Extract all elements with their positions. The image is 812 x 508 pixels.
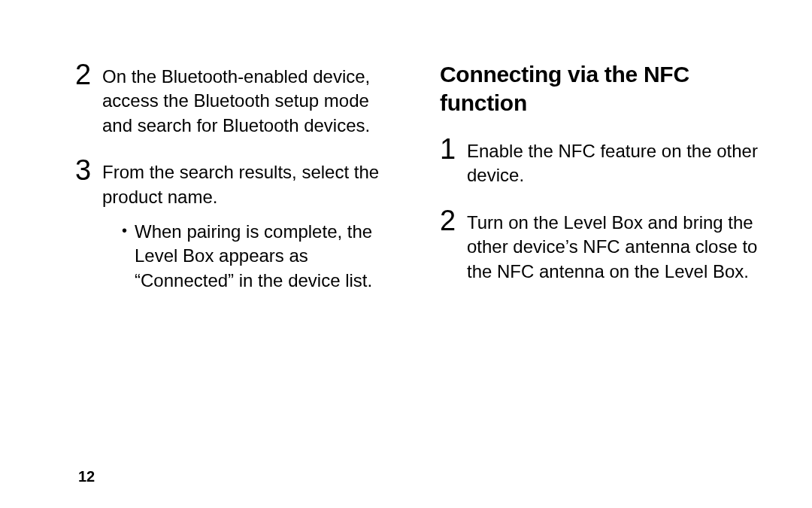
- bullet-dot-icon: •: [122, 220, 127, 241]
- step-text: Turn on the Level Box and bring the othe…: [467, 206, 759, 284]
- step-item: 2 On the Bluetooth-enabled device, acces…: [75, 60, 395, 138]
- sub-bullet-text: When pairing is complete, the Level Box …: [135, 220, 395, 293]
- step-number: 3: [75, 156, 92, 184]
- left-column: 2 On the Bluetooth-enabled device, acces…: [75, 60, 395, 311]
- step-text: From the search results, select the prod…: [102, 156, 395, 209]
- sub-bullet-list: • When pairing is complete, the Level Bo…: [102, 220, 395, 293]
- step-item: 2 Turn on the Level Box and bring the ot…: [440, 206, 759, 284]
- page-number: 12: [75, 468, 759, 485]
- step-text: Enable the NFC feature on the other devi…: [467, 135, 759, 188]
- right-column: Connecting via the NFC function 1 Enable…: [440, 60, 759, 311]
- sub-bullet-item: • When pairing is complete, the Level Bo…: [122, 220, 395, 293]
- step-text: On the Bluetooth-enabled device, access …: [102, 60, 395, 138]
- step-number: 1: [440, 135, 456, 163]
- step-number: 2: [75, 60, 92, 89]
- step-item: 1 Enable the NFC feature on the other de…: [440, 135, 759, 188]
- step-item: 3 From the search results, select the pr…: [75, 156, 395, 293]
- two-column-layout: 2 On the Bluetooth-enabled device, acces…: [75, 60, 759, 311]
- manual-page: 2 On the Bluetooth-enabled device, acces…: [0, 0, 812, 508]
- step-number: 2: [440, 206, 456, 235]
- section-heading: Connecting via the NFC function: [440, 60, 759, 117]
- step-body-wrapper: From the search results, select the prod…: [102, 156, 395, 293]
